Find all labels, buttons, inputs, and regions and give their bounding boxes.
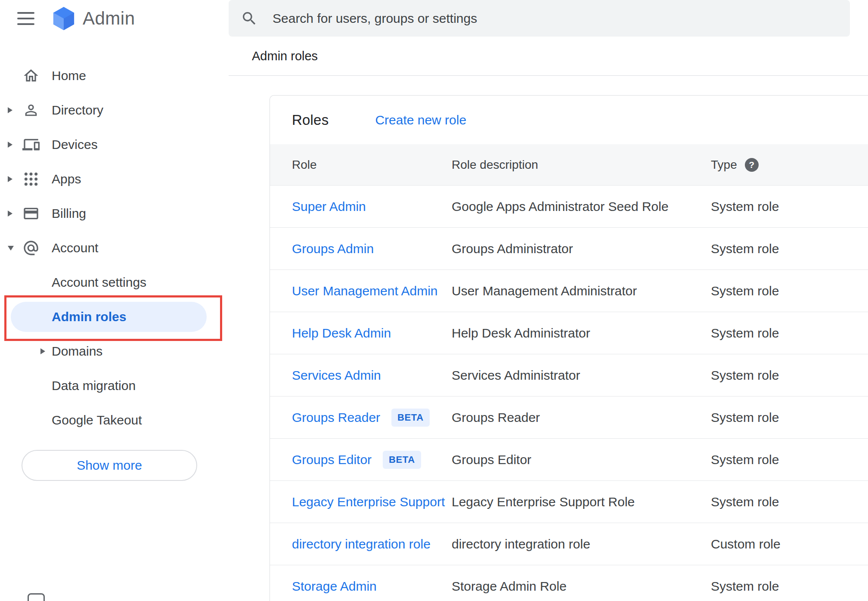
app-title: Admin <box>83 8 135 29</box>
role-link[interactable]: Groups Editor <box>292 452 372 467</box>
partial-cutoff-icon <box>28 593 45 601</box>
table-row[interactable]: Help Desk Admin Help Desk Administrator … <box>270 312 868 354</box>
sidebar-item-data-migration[interactable]: Data migration <box>0 369 229 403</box>
column-header-type-label: Type <box>711 158 737 172</box>
role-description: Services Administrator <box>452 368 711 383</box>
chevron-right-icon[interactable] <box>8 211 21 217</box>
show-more-button[interactable]: Show more <box>22 450 197 481</box>
role-type: System role <box>711 579 868 594</box>
breadcrumb: Admin roles <box>252 49 318 63</box>
apps-grid-icon <box>21 170 41 188</box>
role-type: System role <box>711 284 868 298</box>
sidebar-item-label: Domains <box>52 344 102 359</box>
menu-icon[interactable] <box>17 10 34 27</box>
sidebar-item-devices[interactable]: Devices <box>0 127 229 162</box>
role-type: System role <box>711 242 868 256</box>
role-description: Help Desk Administrator <box>452 326 711 341</box>
sidebar-item-label: Apps <box>52 172 81 186</box>
sidebar-item-label: Admin roles <box>52 310 126 324</box>
sidebar-item-label: Home <box>52 68 86 83</box>
role-description: Groups Editor <box>452 452 711 467</box>
beta-badge: BETA <box>383 451 421 469</box>
content-area: Roles Create new role Role Role descript… <box>229 76 868 601</box>
sidebar-item-account[interactable]: Account <box>0 231 229 265</box>
role-type: System role <box>711 452 868 467</box>
role-link[interactable]: Legacy Enterprise Support <box>292 495 445 509</box>
roles-panel-header: Roles Create new role <box>270 96 868 144</box>
sidebar-item-label: Account settings <box>52 275 146 290</box>
role-link[interactable]: Storage Admin <box>292 579 377 594</box>
sidebar-item-label: Account <box>52 241 98 255</box>
role-description: User Management Administrator <box>452 284 711 298</box>
table-row[interactable]: Groups Reader BETA Groups Reader System … <box>270 397 868 439</box>
role-link[interactable]: Super Admin <box>292 199 366 214</box>
chevron-right-icon[interactable] <box>8 107 21 113</box>
person-icon <box>21 102 41 119</box>
billing-card-icon <box>21 205 41 222</box>
role-description: Storage Admin Role <box>452 579 711 594</box>
sidebar-item-label: Billing <box>52 206 86 221</box>
sidebar-item-home[interactable]: Home <box>0 59 229 93</box>
role-link[interactable]: Groups Admin <box>292 242 374 256</box>
create-new-role-link[interactable]: Create new role <box>375 113 466 127</box>
panel-title: Roles <box>292 112 329 128</box>
chevron-right-icon[interactable] <box>8 142 21 148</box>
role-description: Google Apps Administrator Seed Role <box>452 199 711 214</box>
sidebar-item-directory[interactable]: Directory <box>0 93 229 127</box>
sidebar-nav: Home Directory Devices <box>0 59 229 437</box>
role-description: Legacy Enterprise Support Role <box>452 495 711 509</box>
sidebar-item-label: Devices <box>52 137 98 152</box>
role-link[interactable]: User Management Admin <box>292 284 438 298</box>
role-link[interactable]: Help Desk Admin <box>292 326 391 341</box>
chevron-right-icon[interactable] <box>8 176 21 182</box>
chevron-right-icon[interactable] <box>40 348 52 354</box>
column-header-description: Role description <box>452 158 711 172</box>
column-header-role: Role <box>292 158 452 172</box>
role-type: Custom role <box>711 537 868 551</box>
table-header-row: Role Role description Type ? <box>270 144 868 186</box>
table-row[interactable]: Storage Admin Storage Admin Role System … <box>270 565 868 601</box>
table-row[interactable]: Super Admin Google Apps Administrator Se… <box>270 186 868 228</box>
role-type: System role <box>711 495 868 509</box>
breadcrumb-bar: Admin roles <box>229 37 868 76</box>
sidebar-item-billing[interactable]: Billing <box>0 196 229 231</box>
main-content: Admin roles Roles Create new role Role R… <box>229 0 868 601</box>
role-type: System role <box>711 368 868 383</box>
table-row[interactable]: Legacy Enterprise Support Legacy Enterpr… <box>270 481 868 523</box>
role-type: System role <box>711 410 868 425</box>
beta-badge: BETA <box>391 409 430 427</box>
sidebar-item-account-settings[interactable]: Account settings <box>0 265 229 300</box>
table-row[interactable]: Groups Editor BETA Groups Editor System … <box>270 439 868 481</box>
role-type: System role <box>711 199 868 214</box>
column-header-type: Type ? <box>711 158 868 172</box>
table-row[interactable]: Groups Admin Groups Administrator System… <box>270 228 868 270</box>
search-input[interactable] <box>273 11 850 26</box>
sidebar-item-domains[interactable]: Domains <box>0 334 229 369</box>
search-icon <box>241 10 258 27</box>
sidebar-item-admin-roles[interactable]: Admin roles <box>0 300 229 334</box>
admin-logo-icon <box>53 6 75 31</box>
help-icon[interactable]: ? <box>745 158 759 172</box>
sidebar-item-label: Directory <box>52 103 103 118</box>
table-row[interactable]: Services Admin Services Administrator Sy… <box>270 354 868 397</box>
chevron-down-icon[interactable] <box>8 246 21 251</box>
admin-console: Admin Home Directory <box>0 0 868 601</box>
table-row[interactable]: directory integration role directory int… <box>270 523 868 565</box>
sidebar-header: Admin <box>0 0 229 37</box>
table-row[interactable]: User Management Admin User Management Ad… <box>270 270 868 312</box>
search-bar[interactable] <box>229 0 850 37</box>
sidebar-item-label: Data migration <box>52 378 136 393</box>
roles-panel: Roles Create new role Role Role descript… <box>270 95 868 601</box>
sidebar-item-google-takeout[interactable]: Google Takeout <box>0 403 229 437</box>
home-icon <box>21 67 41 84</box>
role-type: System role <box>711 326 868 341</box>
role-link[interactable]: Groups Reader <box>292 410 380 425</box>
sidebar-item-apps[interactable]: Apps <box>0 162 229 196</box>
sidebar-item-label: Google Takeout <box>52 413 142 428</box>
sidebar: Admin Home Directory <box>0 0 229 601</box>
role-description: directory integration role <box>452 537 711 551</box>
devices-icon <box>21 136 41 153</box>
role-link[interactable]: directory integration role <box>292 537 431 551</box>
role-link[interactable]: Services Admin <box>292 368 381 383</box>
at-sign-icon <box>21 239 41 257</box>
